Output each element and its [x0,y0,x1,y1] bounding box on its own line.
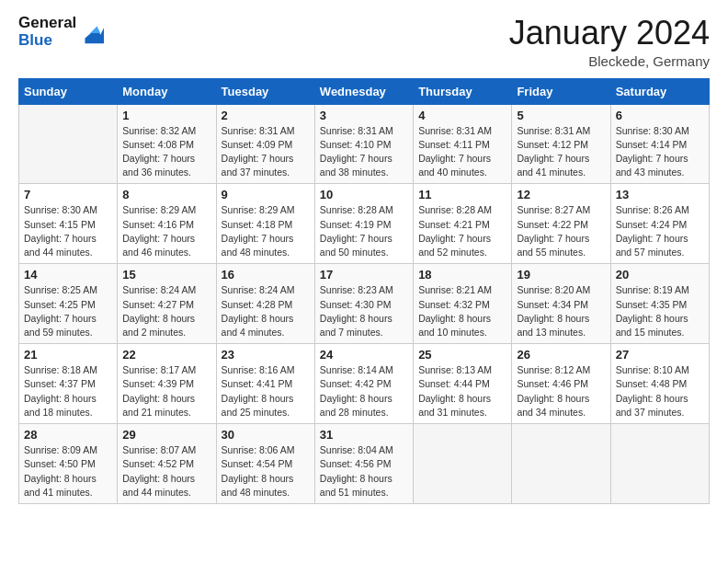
day-cell: 5Sunrise: 8:31 AMSunset: 4:12 PMDaylight… [512,104,610,184]
day-cell: 8Sunrise: 8:29 AMSunset: 4:16 PMDaylight… [118,184,216,264]
day-info-line: Sunset: 4:09 PM [222,139,293,150]
day-cell: 23Sunrise: 8:16 AMSunset: 4:41 PMDayligh… [216,344,314,424]
day-info-line: Sunrise: 8:23 AM [320,284,393,295]
day-info-line: Sunrise: 8:21 AM [418,284,492,295]
day-cell: 17Sunrise: 8:23 AMSunset: 4:30 PMDayligh… [314,264,413,344]
day-info-line: Daylight: 8 hours [418,313,491,324]
weekday-header-saturday: Saturday [610,78,709,104]
day-info-line: Daylight: 7 hours [24,233,97,244]
day-info-line: Daylight: 7 hours [24,313,97,324]
day-info: Sunrise: 8:28 AMSunset: 4:21 PMDaylight:… [418,203,506,259]
day-info-line: Sunset: 4:42 PM [320,378,392,389]
day-info-line: Daylight: 8 hours [320,393,392,404]
day-info: Sunrise: 8:28 AMSunset: 4:19 PMDaylight:… [320,203,408,259]
day-info-line: and 57 minutes. [616,247,685,258]
day-number: 31 [320,428,408,442]
day-info-line: Sunrise: 8:29 AM [122,204,196,215]
day-info-line: and 34 minutes. [517,407,586,418]
day-info-line: and 7 minutes. [320,327,383,338]
day-cell [610,424,709,504]
day-info-line: Sunset: 4:10 PM [320,139,392,150]
day-number: 17 [320,268,408,282]
day-number: 15 [122,268,210,282]
logo-blue: Blue [18,32,76,50]
day-info-line: Daylight: 8 hours [616,313,688,324]
day-info-line: Sunrise: 8:10 AM [616,364,689,375]
day-number: 5 [517,109,605,122]
day-info-line: Sunset: 4:11 PM [418,139,490,150]
day-info-line: Sunset: 4:28 PM [222,299,293,310]
day-cell: 13Sunrise: 8:26 AMSunset: 4:24 PMDayligh… [610,184,709,264]
logo-general: General [18,15,76,32]
day-info-line: and 28 minutes. [320,407,389,418]
day-info: Sunrise: 8:31 AMSunset: 4:11 PMDaylight:… [418,124,506,180]
day-info-line: and 18 minutes. [24,407,93,418]
day-info-line: and 37 minutes. [222,167,290,178]
day-info-line: Sunrise: 8:09 AM [24,444,97,455]
day-info-line: Sunset: 4:08 PM [122,139,194,150]
day-info-line: and 2 minutes. [122,327,186,338]
weekday-header-monday: Monday [118,78,216,104]
day-info-line: Sunset: 4:24 PM [616,219,688,230]
day-info-line: Sunrise: 8:20 AM [517,284,590,295]
day-info-line: Sunset: 4:39 PM [122,378,194,389]
logo-icon [78,19,104,45]
day-cell: 12Sunrise: 8:27 AMSunset: 4:22 PMDayligh… [512,184,610,264]
day-info-line: Sunset: 4:15 PM [24,219,96,230]
day-number: 19 [517,268,605,282]
day-number: 23 [222,348,310,362]
day-number: 10 [320,188,408,201]
day-info-line: Sunrise: 8:30 AM [616,125,689,136]
day-info: Sunrise: 8:23 AMSunset: 4:30 PMDaylight:… [320,283,408,339]
day-cell: 1Sunrise: 8:32 AMSunset: 4:08 PMDaylight… [118,104,216,184]
day-info-line: Daylight: 8 hours [222,393,294,404]
day-info: Sunrise: 8:09 AMSunset: 4:50 PMDaylight:… [24,443,112,500]
day-info-line: Sunrise: 8:31 AM [222,125,295,136]
weekday-header-sunday: Sunday [19,78,118,104]
day-info-line: Daylight: 8 hours [222,313,294,324]
day-info-line: Sunrise: 8:14 AM [320,364,393,375]
day-info-line: Sunset: 4:37 PM [24,378,96,389]
day-info-line: and 10 minutes. [418,327,487,338]
day-info-line: Sunrise: 8:24 AM [122,284,196,295]
day-number: 3 [320,109,408,122]
day-info-line: Sunset: 4:14 PM [616,139,688,150]
calendar-body: 1Sunrise: 8:32 AMSunset: 4:08 PMDaylight… [19,104,710,503]
day-info-line: Daylight: 7 hours [418,233,491,244]
day-number: 28 [24,428,112,442]
day-info-line: Daylight: 8 hours [24,393,97,404]
svg-marker-1 [90,26,100,32]
day-info-line: Daylight: 7 hours [122,233,195,244]
calendar-table: SundayMondayTuesdayWednesdayThursdayFrid… [18,78,710,504]
day-info: Sunrise: 8:30 AMSunset: 4:14 PMDaylight:… [616,124,704,180]
day-info-line: Sunrise: 8:17 AM [122,364,196,375]
day-info-line: and 48 minutes. [222,247,290,258]
day-number: 12 [517,188,605,201]
day-info-line: Sunset: 4:35 PM [616,299,688,310]
day-cell: 14Sunrise: 8:25 AMSunset: 4:25 PMDayligh… [19,264,118,344]
day-info-line: and 38 minutes. [320,167,389,178]
day-info-line: Sunrise: 8:13 AM [418,364,492,375]
day-number: 16 [222,268,310,282]
day-info-line: Sunrise: 8:28 AM [418,204,492,215]
header: General Blue January 2024 Bleckede, Germ… [18,15,710,69]
day-info-line: Daylight: 8 hours [24,473,97,484]
week-row-2: 7Sunrise: 8:30 AMSunset: 4:15 PMDaylight… [19,184,710,264]
day-info-line: Sunrise: 8:04 AM [320,444,393,455]
day-info-line: Sunrise: 8:16 AM [222,364,295,375]
day-info-line: Sunset: 4:12 PM [517,139,588,150]
day-info-line: Sunrise: 8:27 AM [517,204,590,215]
day-info-line: Daylight: 7 hours [517,153,589,164]
day-info-line: and 41 minutes. [517,167,586,178]
day-info-line: and 31 minutes. [418,407,487,418]
day-info-line: Daylight: 7 hours [616,153,688,164]
day-cell: 30Sunrise: 8:06 AMSunset: 4:54 PMDayligh… [216,424,314,504]
day-info-line: and 44 minutes. [122,487,191,498]
day-number: 26 [517,348,605,362]
day-info: Sunrise: 8:32 AMSunset: 4:08 PMDaylight:… [122,124,210,180]
day-info-line: Daylight: 7 hours [616,233,688,244]
day-number: 22 [122,348,210,362]
day-info-line: Sunset: 4:16 PM [122,219,194,230]
day-cell: 10Sunrise: 8:28 AMSunset: 4:19 PMDayligh… [314,184,413,264]
day-number: 4 [418,109,506,122]
